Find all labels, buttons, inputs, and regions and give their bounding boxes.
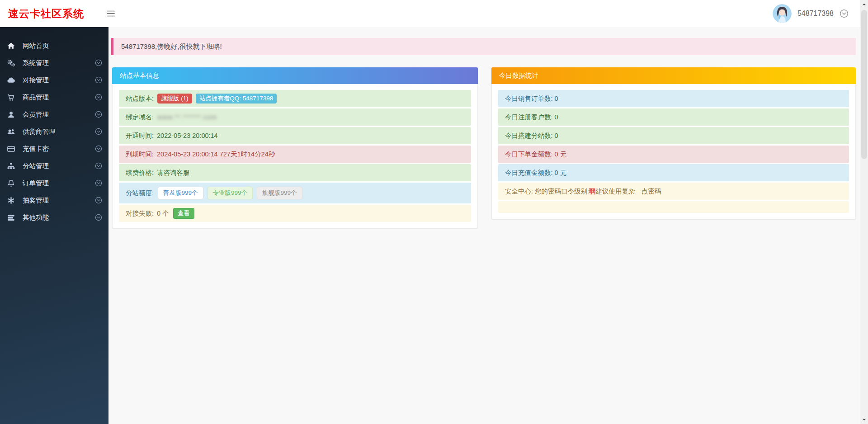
chevron-down-icon[interactable]	[95, 76, 102, 84]
sidebar-item-cards[interactable]: 充值卡密	[0, 140, 108, 157]
view-button[interactable]: 查看	[173, 208, 194, 219]
sidebar: 网站首页 系统管理 对接管理	[0, 27, 108, 424]
app-logo: 速云卡社区系统	[8, 0, 84, 27]
sidebar-item-label: 网站首页	[23, 42, 49, 50]
sidebar-item-label: 分站管理	[23, 162, 49, 170]
owner-qq-badge: 站点拥有者QQ: 548717398	[196, 94, 277, 104]
user-icon	[7, 110, 18, 119]
docking-failed-row: 对接失败: 0 个 查看	[119, 205, 471, 222]
stats-row-text: 今日充值金额数: 0 元	[505, 169, 566, 177]
stats-row-recharge-amount: 今日充值金额数: 0 元	[498, 164, 849, 181]
substation-quota-label: 分站额度:	[126, 189, 154, 198]
today-stats-card: 今日数据统计 今日销售订单数: 0 今日注册客户数: 0 今日搭建分站数: 0 …	[491, 67, 856, 219]
sidebar-item-label: 会员管理	[23, 110, 49, 119]
sitemap-icon	[7, 162, 18, 170]
chevron-down-icon[interactable]	[95, 162, 102, 170]
scroll-up-icon[interactable]	[860, 0, 868, 8]
chevron-down-icon[interactable]	[95, 214, 102, 221]
sidebar-item-substations[interactable]: 分站管理	[0, 157, 108, 174]
welcome-alert: 548717398,傍晚好,很快就下班咯!	[111, 38, 856, 55]
stats-row-text: 今日搭建分站数: 0	[505, 132, 558, 140]
chevron-down-icon[interactable]	[95, 197, 102, 204]
sidebar-item-suppliers[interactable]: 供货商管理	[0, 123, 108, 140]
sidebar-item-docking[interactable]: 对接管理	[0, 71, 108, 89]
expire-time-value: 2024-05-23 20:00:14 727天1时14分24秒	[157, 150, 275, 159]
user-chevron-down-icon[interactable]	[840, 9, 849, 18]
avatar	[773, 4, 792, 23]
open-time-value: 2022-05-23 20:00:14	[157, 132, 218, 139]
sidebar-item-label: 抽奖管理	[23, 196, 49, 205]
bound-domain-row: 绑定域名: www.**.******.com	[119, 108, 471, 126]
server-icon	[7, 213, 18, 222]
version-badge: 旗舰版 (1)	[157, 94, 192, 104]
chevron-down-icon[interactable]	[95, 94, 102, 101]
bound-domain-label: 绑定域名:	[126, 113, 154, 122]
security-prefix: 安全中心: 您的密码口令级别:	[505, 187, 589, 196]
site-info-card-title: 站点基本信息	[112, 67, 478, 84]
stats-row-sales-orders: 今日销售订单数: 0	[498, 90, 849, 107]
vertical-scrollbar[interactable]	[860, 0, 868, 424]
chevron-down-icon[interactable]	[95, 111, 102, 118]
today-stats-card-title: 今日数据统计	[491, 67, 856, 84]
cart-icon	[7, 93, 18, 102]
open-time-row: 开通时间: 2022-05-23 20:00:14	[119, 127, 471, 144]
renew-price-value: 请咨询客服	[157, 169, 190, 177]
quota-basic-button[interactable]: 普及版999个	[158, 187, 203, 199]
cloud-icon	[7, 76, 18, 85]
chevron-down-icon[interactable]	[95, 128, 102, 135]
security-suffix: 建议使用复杂一点密码	[596, 187, 661, 196]
dashboard-page: 速云卡社区系统 548717398	[0, 0, 868, 424]
stats-row-text: 今日销售订单数: 0	[505, 94, 558, 103]
credit-card-icon	[7, 145, 18, 153]
users-icon	[7, 127, 18, 136]
docking-failed-label: 对接失败:	[126, 209, 154, 218]
sidebar-item-home[interactable]: 网站首页	[0, 37, 108, 54]
sidebar-item-orders[interactable]: 订单管理	[0, 174, 108, 192]
renew-price-label: 续费价格:	[126, 169, 154, 177]
home-icon	[7, 42, 18, 50]
gears-icon	[7, 59, 18, 67]
sidebar-item-label: 充值卡密	[23, 145, 49, 153]
substation-quota-row: 分站额度: 普及版999个 专业版999个 旗舰版999个	[119, 183, 471, 203]
open-time-label: 开通时间:	[126, 132, 154, 140]
chevron-down-icon[interactable]	[95, 59, 102, 66]
stats-row-empty	[498, 201, 849, 213]
bound-domain-value: www.**.******.com	[157, 113, 217, 121]
sidebar-toggle-button[interactable]	[106, 9, 116, 18]
sidebar-item-products[interactable]: 商品管理	[0, 89, 108, 106]
topbar: 速云卡社区系统 548717398	[0, 0, 860, 27]
stats-row-text: 今日下单金额数: 0 元	[505, 150, 566, 159]
expire-time-label: 到期时间:	[126, 150, 154, 159]
quota-flagship-button[interactable]: 旗舰版999个	[257, 187, 302, 199]
chevron-down-icon[interactable]	[95, 179, 102, 187]
chevron-down-icon[interactable]	[95, 145, 102, 152]
site-version-label: 站点版本:	[126, 94, 154, 103]
user-menu[interactable]: 548717398	[773, 0, 849, 27]
scroll-down-icon[interactable]	[860, 416, 868, 424]
stats-row-order-amount: 今日下单金额数: 0 元	[498, 146, 849, 163]
sidebar-item-label: 系统管理	[23, 59, 49, 67]
expire-time-row: 到期时间: 2024-05-23 20:00:14 727天1时14分24秒	[119, 146, 471, 163]
site-info-card: 站点基本信息 站点版本: 旗舰版 (1) 站点拥有者QQ: 548717398 …	[112, 67, 478, 228]
stats-row-registered-customers: 今日注册客户数: 0	[498, 108, 849, 126]
password-level-weak: 弱	[589, 187, 596, 196]
asterisk-icon	[7, 196, 18, 205]
username-label: 548717398	[797, 9, 834, 18]
sidebar-item-members[interactable]: 会员管理	[0, 106, 108, 123]
stats-row-text: 今日注册客户数: 0	[505, 113, 558, 122]
sidebar-item-label: 商品管理	[23, 93, 49, 102]
sidebar-item-lottery[interactable]: 抽奖管理	[0, 192, 108, 209]
renew-price-row: 续费价格: 请咨询客服	[119, 164, 471, 181]
welcome-message: 548717398,傍晚好,很快就下班咯!	[121, 42, 222, 51]
site-version-row: 站点版本: 旗舰版 (1) 站点拥有者QQ: 548717398	[119, 90, 471, 107]
hamburger-icon	[106, 10, 115, 17]
sidebar-item-label: 订单管理	[23, 179, 49, 188]
docking-failed-value: 0 个	[157, 209, 169, 218]
main-content: 548717398,傍晚好,很快就下班咯! 站点基本信息 站点版本: 旗舰版 (…	[108, 27, 860, 424]
bell-icon	[7, 179, 18, 188]
sidebar-item-system[interactable]: 系统管理	[0, 54, 108, 71]
security-center-row: 安全中心: 您的密码口令级别:弱 建议使用复杂一点密码	[498, 183, 849, 200]
sidebar-item-other[interactable]: 其他功能	[0, 209, 108, 226]
scrollbar-thumb[interactable]	[861, 10, 867, 159]
quota-pro-button[interactable]: 专业版999个	[208, 187, 253, 199]
